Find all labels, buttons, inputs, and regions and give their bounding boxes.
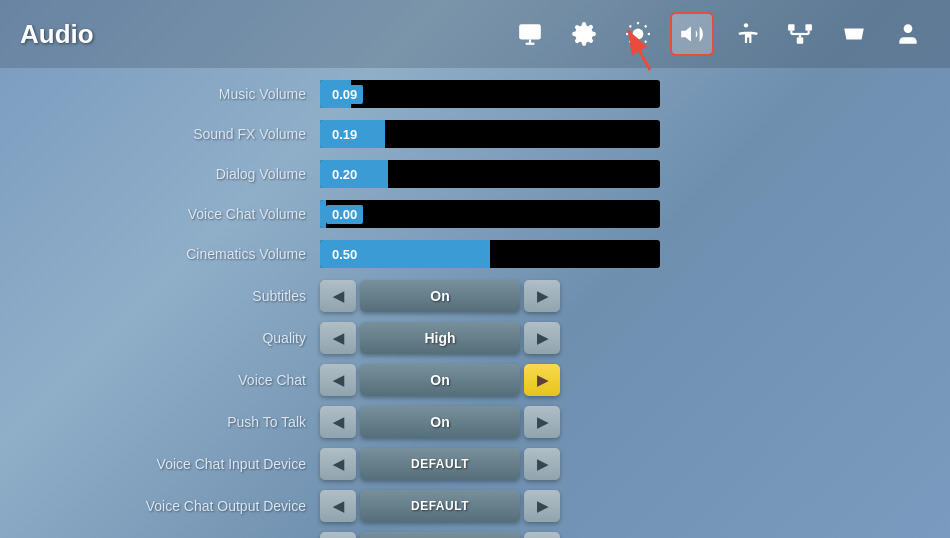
voice-chat-output-controls: ◀ DEFAULT ▶ (320, 490, 560, 522)
slider-row-cinematics-volume: Cinematics Volume 0.50 (60, 238, 890, 270)
quality-controls: ◀ High ▶ (320, 322, 560, 354)
background-audio-controls: ◀ Off ▶ (320, 532, 560, 538)
subtitles-value: On (360, 280, 520, 312)
voice-chat-input-controls: ◀ DEFAULT ▶ (320, 448, 560, 480)
slider-row-voicechat-volume: Voice Chat Volume 0.00 (60, 198, 890, 230)
toggle-row-voice-chat-input: Voice Chat Input Device ◀ DEFAULT ▶ (60, 446, 890, 482)
soundfx-volume-track[interactable]: 0.19 (320, 120, 660, 148)
toggle-row-quality: Quality ◀ High ▶ (60, 320, 890, 356)
quality-right-btn[interactable]: ▶ (524, 322, 560, 354)
soundfx-volume-value: 0.19 (326, 125, 363, 144)
quality-left-btn[interactable]: ◀ (320, 322, 356, 354)
voicechat-left-btn[interactable]: ◀ (320, 364, 356, 396)
cinematics-volume-value: 0.50 (326, 245, 363, 264)
music-volume-label: Music Volume (60, 86, 320, 102)
main-content: Music Volume 0.09 Sound FX Volume 0.19 D… (0, 68, 950, 538)
svg-point-22 (904, 24, 913, 33)
voicechat-volume-fill: 0.00 (320, 200, 326, 228)
voicechat-right-btn[interactable]: ▶ (524, 364, 560, 396)
voicechat-value: On (360, 364, 520, 396)
voicechat-volume-track[interactable]: 0.00 (320, 200, 660, 228)
page-title: Audio (20, 19, 94, 50)
svg-rect-15 (788, 24, 795, 31)
svg-line-24 (628, 30, 650, 70)
voice-chat-input-left-btn[interactable]: ◀ (320, 448, 356, 480)
dialog-volume-track[interactable]: 0.20 (320, 160, 660, 188)
toggle-row-push-to-talk: Push To Talk ◀ On ▶ (60, 404, 890, 440)
nav-icon-audio[interactable] (670, 12, 714, 56)
push-to-talk-value: On (360, 406, 520, 438)
push-to-talk-right-btn[interactable]: ▶ (524, 406, 560, 438)
nav-icon-display[interactable] (508, 12, 552, 56)
toggle-row-voicechat: Voice Chat ◀ On ▶ (60, 362, 890, 398)
nav-icon-accessibility[interactable] (724, 12, 768, 56)
toggle-row-subtitles: Subtitles ◀ On ▶ (60, 278, 890, 314)
red-arrow-indicator (570, 10, 660, 75)
quality-label: Quality (60, 330, 320, 346)
slider-row-dialog-volume: Dialog Volume 0.20 (60, 158, 890, 190)
subtitles-left-btn[interactable]: ◀ (320, 280, 356, 312)
svg-rect-0 (519, 24, 541, 39)
push-to-talk-controls: ◀ On ▶ (320, 406, 560, 438)
cinematics-volume-label: Cinematics Volume (60, 246, 320, 262)
subtitles-controls: ◀ On ▶ (320, 280, 560, 312)
svg-marker-12 (681, 26, 691, 41)
music-volume-value: 0.09 (326, 85, 363, 104)
toggle-row-background-audio: Allow Background Audio ◀ Off ▶ (60, 530, 890, 538)
slider-row-soundfx-volume: Sound FX Volume 0.19 (60, 118, 890, 150)
cinematics-volume-fill: 0.50 (320, 240, 490, 268)
voice-chat-input-label: Voice Chat Input Device (60, 456, 320, 472)
dialog-volume-label: Dialog Volume (60, 166, 320, 182)
background-audio-value: Off (360, 532, 520, 538)
dialog-volume-value: 0.20 (326, 165, 363, 184)
background-audio-right-btn[interactable]: ▶ (524, 532, 560, 538)
music-volume-track[interactable]: 0.09 (320, 80, 660, 108)
voicechat-controls: ◀ On ▶ (320, 364, 560, 396)
nav-icon-gamepad[interactable] (832, 12, 876, 56)
soundfx-volume-label: Sound FX Volume (60, 126, 320, 142)
slider-row-music-volume: Music Volume 0.09 (60, 78, 890, 110)
voice-chat-output-left-btn[interactable]: ◀ (320, 490, 356, 522)
voice-chat-input-right-btn[interactable]: ▶ (524, 448, 560, 480)
subtitles-label: Subtitles (60, 288, 320, 304)
nav-icon-account[interactable] (886, 12, 930, 56)
voicechat-label: Voice Chat (60, 372, 320, 388)
toggle-row-voice-chat-output: Voice Chat Output Device ◀ DEFAULT ▶ (60, 488, 890, 524)
music-volume-fill: 0.09 (320, 80, 351, 108)
nav-icon-network[interactable] (778, 12, 822, 56)
svg-rect-16 (805, 24, 812, 31)
dialog-volume-fill: 0.20 (320, 160, 388, 188)
voice-chat-output-label: Voice Chat Output Device (60, 498, 320, 514)
cinematics-volume-track[interactable]: 0.50 (320, 240, 660, 268)
voice-chat-input-value: DEFAULT (360, 448, 520, 480)
background-audio-left-btn[interactable]: ◀ (320, 532, 356, 538)
quality-value: High (360, 322, 520, 354)
subtitles-right-btn[interactable]: ▶ (524, 280, 560, 312)
header: Audio (0, 0, 950, 68)
svg-point-13 (744, 23, 748, 27)
voicechat-volume-value: 0.00 (326, 205, 363, 224)
push-to-talk-label: Push To Talk (60, 414, 320, 430)
push-to-talk-left-btn[interactable]: ◀ (320, 406, 356, 438)
voice-chat-output-value: DEFAULT (360, 490, 520, 522)
voice-chat-output-right-btn[interactable]: ▶ (524, 490, 560, 522)
soundfx-volume-fill: 0.19 (320, 120, 385, 148)
voicechat-volume-label: Voice Chat Volume (60, 206, 320, 222)
svg-rect-14 (797, 37, 804, 44)
